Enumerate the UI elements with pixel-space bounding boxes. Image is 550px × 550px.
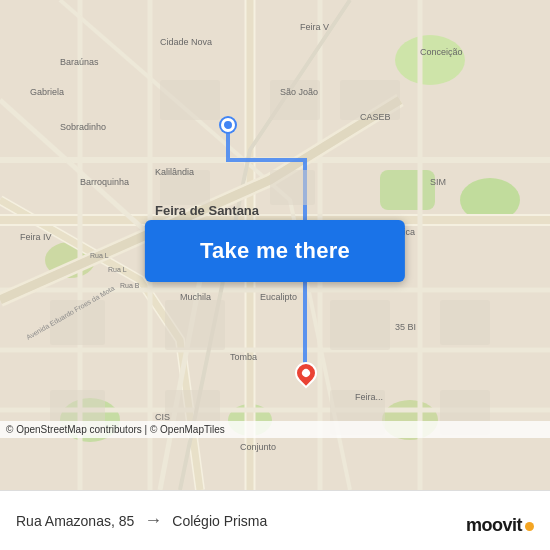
svg-text:Rua L: Rua L xyxy=(108,266,127,273)
svg-rect-4 xyxy=(380,170,435,210)
svg-text:CASEB: CASEB xyxy=(360,112,391,122)
svg-text:Sobradinho: Sobradinho xyxy=(60,122,106,132)
svg-text:Rua L: Rua L xyxy=(90,252,109,259)
svg-point-1 xyxy=(395,35,465,85)
svg-text:Baraúnas: Baraúnas xyxy=(60,57,99,67)
svg-text:Muchila: Muchila xyxy=(180,292,211,302)
svg-rect-8 xyxy=(160,80,220,120)
svg-text:35 BI: 35 BI xyxy=(395,322,416,332)
svg-text:SIM: SIM xyxy=(430,177,446,187)
svg-text:São João: São João xyxy=(280,87,318,97)
svg-rect-14 xyxy=(165,300,225,350)
moovit-dot-icon xyxy=(525,522,534,531)
bottom-bar: Rua Amazonas, 85 → Colégio Prisma moovit xyxy=(0,490,550,550)
svg-text:Feira...: Feira... xyxy=(355,392,383,402)
svg-text:Feira IV: Feira IV xyxy=(20,232,52,242)
svg-rect-15 xyxy=(330,300,390,350)
attribution-text: © OpenStreetMap contributors | © OpenMap… xyxy=(6,424,225,435)
origin-label: Rua Amazonas, 85 xyxy=(16,513,134,529)
destination-label: Colégio Prisma xyxy=(172,513,267,529)
map-attribution: © OpenStreetMap contributors | © OpenMap… xyxy=(0,421,550,438)
svg-text:Gabriela: Gabriela xyxy=(30,87,64,97)
svg-rect-12 xyxy=(270,170,315,205)
button-overlay: Take me there xyxy=(145,220,405,282)
svg-text:Feira V: Feira V xyxy=(300,22,329,32)
map-container: Gabriela Cidade Nova Feira V Conceição B… xyxy=(0,0,550,490)
svg-rect-9 xyxy=(270,80,320,120)
take-me-there-button[interactable]: Take me there xyxy=(145,220,405,282)
svg-text:Cidade Nova: Cidade Nova xyxy=(160,37,212,47)
svg-text:Eucalipto: Eucalipto xyxy=(260,292,297,302)
svg-text:Conceição: Conceição xyxy=(420,47,463,57)
svg-text:Tomba: Tomba xyxy=(230,352,257,362)
svg-text:Barroquinha: Barroquinha xyxy=(80,177,129,187)
moovit-logo-text: moovit xyxy=(466,515,522,536)
moovit-logo: moovit xyxy=(466,515,534,536)
svg-rect-18 xyxy=(440,300,490,345)
arrow-icon: → xyxy=(144,510,162,531)
destination-marker xyxy=(295,362,317,384)
svg-text:Conjunto: Conjunto xyxy=(240,442,276,452)
svg-text:Kalilândia: Kalilândia xyxy=(155,167,194,177)
origin-marker xyxy=(221,118,235,132)
svg-text:Feira de Santana: Feira de Santana xyxy=(155,203,260,218)
svg-text:Rua B: Rua B xyxy=(120,282,140,289)
